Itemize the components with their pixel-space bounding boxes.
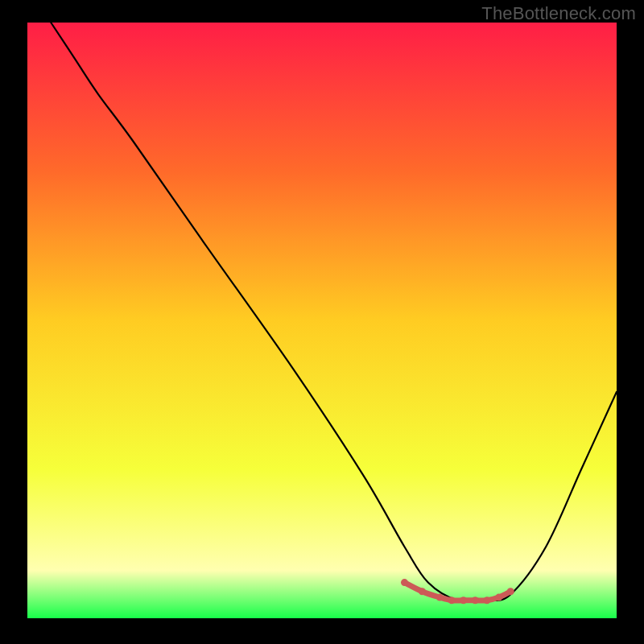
watermark-text: TheBottleneck.com (481, 3, 636, 24)
optimal-range-dot (472, 597, 479, 604)
optimal-range-dot (401, 579, 408, 586)
optimal-range-dot (448, 597, 456, 604)
chart-frame: TheBottleneck.com (0, 0, 644, 644)
optimal-range-dot (483, 597, 490, 604)
optimal-range-dot (419, 588, 426, 595)
optimal-range-dot (436, 594, 444, 601)
optimal-range-dot (507, 588, 514, 595)
optimal-range-dot (495, 594, 502, 601)
bottleneck-chart (0, 0, 644, 644)
plot-background (27, 23, 617, 618)
optimal-range-dot (460, 597, 467, 604)
